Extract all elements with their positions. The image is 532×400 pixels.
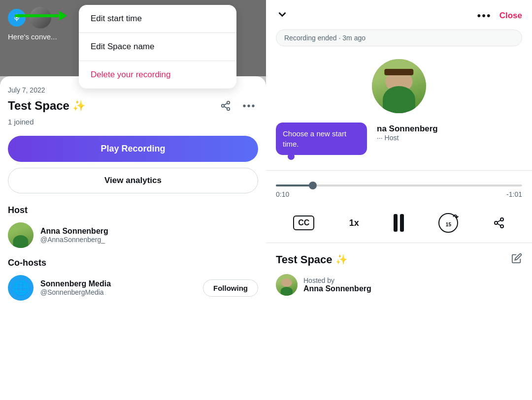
share-audio-button[interactable]	[493, 217, 505, 229]
pause-icon	[394, 214, 404, 232]
card-title-row: Test Space ✨ •••	[8, 97, 258, 115]
following-button[interactable]: Following	[203, 279, 258, 297]
skip-arrow-icon: ↷	[453, 213, 459, 221]
edit-space-name-item[interactable]: Edit Space name	[79, 33, 236, 61]
progress-thumb[interactable]	[309, 182, 317, 189]
arrow-head	[59, 11, 67, 21]
svg-point-1	[222, 104, 225, 107]
hosted-info: Hosted by Anna Sonnenberg	[303, 277, 371, 293]
recording-badge: Recording ended · 3m ago	[276, 30, 522, 46]
close-button[interactable]: Close	[499, 11, 522, 21]
host-section-title: Host	[8, 205, 258, 215]
view-analytics-button[interactable]: View analytics	[8, 168, 258, 193]
time-row: 0:10 -1:01	[276, 190, 522, 198]
host-name: Anna Sonnenberg	[40, 227, 108, 236]
speaker-and-tooltip: Choose a new start time. na Sonnenberg ·…	[266, 119, 532, 158]
joined-count: 1 joined	[8, 118, 258, 126]
svg-point-5	[500, 218, 503, 221]
more-options-icon[interactable]: •••	[477, 9, 492, 22]
header-right-icons: ••• Close	[477, 9, 522, 22]
hosted-row: Hosted by Anna Sonnenberg	[276, 274, 522, 296]
cohost-avatar: 🌐	[8, 275, 33, 301]
cohost-name: Sonnenberg Media	[40, 279, 196, 288]
host-row: Anna Sonnenberg @AnnaSonnenberg_	[8, 222, 258, 248]
speaker-section	[266, 54, 532, 119]
arrow-container	[15, 11, 67, 21]
edit-start-time-item[interactable]: Edit start time	[79, 5, 236, 33]
hosted-by-label: Hosted by	[303, 277, 371, 284]
progress-section: 0:10 -1:01	[266, 175, 532, 208]
more-options-button[interactable]: •••	[240, 97, 258, 115]
hosted-avatar	[276, 274, 298, 296]
main-card: July 7, 2022 Test Space ✨ ••• 1 joined P…	[0, 76, 266, 400]
speaker-avatar-large	[372, 59, 426, 113]
speaker-name-right: na Sonnenberg ··· Host	[377, 119, 438, 142]
cohost-row: 🌐 Sonnenberg Media @SonnenbergMedia Foll…	[8, 275, 258, 301]
arrow-shaft	[15, 14, 59, 17]
left-panel: Here's conve... Edit start time Edit Spa…	[0, 0, 266, 400]
remaining-time: -1:01	[506, 190, 522, 198]
current-time: 0:10	[276, 190, 289, 198]
skip-forward-button[interactable]: 15 ↷	[438, 213, 458, 233]
cohost-section-title: Co-hosts	[8, 258, 258, 268]
edit-icon[interactable]	[511, 253, 522, 266]
card-title: Test Space ✨	[8, 99, 86, 113]
svg-line-4	[224, 103, 227, 105]
speaker-name: na Sonnenberg	[377, 124, 438, 134]
bottom-title-row: Test Space ✨	[276, 253, 522, 266]
svg-point-0	[227, 101, 230, 104]
speed-button[interactable]: 1x	[349, 218, 359, 228]
chevron-down-icon[interactable]	[276, 8, 289, 24]
skip-circle: 15 ↷	[438, 213, 458, 233]
arrow-icon	[15, 11, 67, 21]
svg-line-3	[224, 106, 227, 108]
pause-button[interactable]	[394, 214, 404, 232]
right-panel: ••• Close Recording ended · 3m ago Choos…	[266, 0, 532, 400]
host-info: Anna Sonnenberg @AnnaSonnenberg_	[40, 227, 108, 244]
progress-fill	[276, 185, 313, 186]
svg-line-8	[497, 224, 500, 226]
svg-point-6	[495, 221, 498, 224]
controls-row: CC 1x 15 ↷	[266, 208, 532, 243]
play-recording-button[interactable]: Play Recording	[8, 136, 258, 162]
pause-bar-2	[400, 214, 404, 232]
cohost-info: Sonnenberg Media @SonnenbergMedia	[40, 279, 196, 296]
host-avatar	[8, 222, 33, 248]
host-handle: @AnnaSonnenberg_	[40, 236, 108, 244]
right-header: ••• Close	[266, 0, 532, 30]
bottom-title: Test Space ✨	[276, 253, 348, 266]
delete-recording-item[interactable]: Delete your recording	[79, 61, 236, 89]
pause-bar-1	[394, 214, 398, 232]
dropdown-menu: Edit start time Edit Space name Delete y…	[79, 5, 236, 89]
tooltip-bubble: Choose a new start time.	[276, 123, 367, 155]
cohost-handle: @SonnenbergMedia	[40, 288, 196, 296]
progress-bar[interactable]	[276, 185, 522, 186]
svg-line-9	[497, 220, 500, 222]
hosted-by-name: Anna Sonnenberg	[303, 284, 371, 293]
bottom-info: Test Space ✨ Hosted by Anna Sonnenberg	[266, 243, 532, 306]
svg-point-2	[227, 108, 230, 111]
speaker-role: ··· Host	[377, 134, 438, 142]
card-title-icons: •••	[217, 97, 258, 115]
share-button[interactable]	[217, 97, 234, 115]
svg-point-7	[500, 225, 503, 228]
divider-line	[266, 170, 532, 171]
cc-button[interactable]: CC	[293, 215, 314, 230]
globe-icon: 🌐	[12, 280, 30, 296]
